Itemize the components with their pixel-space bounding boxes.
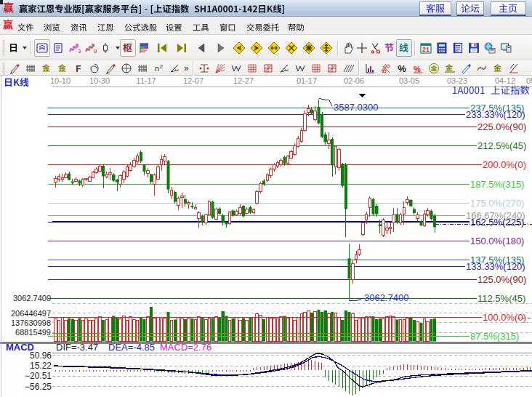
svg-text:05-05: 05-05	[526, 76, 532, 85]
svg-text:206446497: 206446497	[11, 309, 51, 318]
svg-text:10-10: 10-10	[50, 76, 70, 85]
svg-text:%: %	[398, 63, 406, 73]
svg-text:50.96: 50.96	[30, 350, 52, 361]
svg-text:F: F	[76, 63, 81, 73]
svg-text:MACD=2.76: MACD=2.76	[160, 342, 211, 353]
svg-text:12-07: 12-07	[183, 76, 203, 85]
svg-text:15.22: 15.22	[30, 361, 52, 371]
svg-text:233.33%(120): 233.33%(120)	[466, 109, 525, 120]
svg-text:DEA=-4.85: DEA=-4.85	[108, 342, 155, 353]
svg-text:133.33%(120): 133.33%(120)	[466, 261, 525, 272]
svg-text:100.0%(0): 100.0%(0)	[483, 312, 526, 323]
svg-text:3062.7400: 3062.7400	[13, 294, 51, 302]
svg-text:3587.0300: 3587.0300	[334, 102, 378, 113]
svg-text:162.5%(225): 162.5%(225)	[470, 217, 524, 228]
svg-text:225.0%(90): 225.0%(90)	[477, 121, 526, 132]
svg-text:112.5%(45): 112.5%(45)	[477, 293, 525, 304]
svg-text:−56.25: −56.25	[25, 382, 52, 392]
svg-text:150.0%(180): 150.0%(180)	[470, 236, 524, 246]
svg-text:%: %	[414, 64, 421, 73]
svg-text:11-17: 11-17	[136, 76, 156, 85]
svg-text:12-27: 12-27	[233, 76, 254, 85]
svg-text:21: 21	[422, 46, 430, 53]
svg-text:125.0%(90): 125.0%(90)	[477, 274, 526, 285]
svg-text:n: n	[155, 64, 159, 73]
svg-text:175.0%(270): 175.0%(270)	[470, 198, 524, 209]
svg-text:10-30: 10-30	[89, 76, 110, 85]
svg-text:04-12: 04-12	[495, 76, 515, 85]
svg-text:2: 2	[160, 63, 164, 70]
svg-text:−20.51: −20.51	[25, 371, 52, 381]
svg-text:DIF=-3.47: DIF=-3.47	[56, 342, 98, 353]
svg-text:200.0%(0): 200.0%(0)	[483, 159, 526, 170]
svg-text:3: 3	[78, 48, 81, 55]
svg-text:212.5%(45): 212.5%(45)	[477, 140, 526, 151]
svg-text:68815499: 68815499	[15, 328, 51, 337]
svg-text:03-23: 03-23	[447, 76, 467, 85]
svg-text:137630998: 137630998	[11, 318, 51, 327]
svg-text:01-17: 01-17	[297, 76, 317, 85]
svg-text:03-05: 03-05	[399, 76, 419, 85]
svg-text:02-06: 02-06	[344, 76, 364, 85]
svg-text:9: 9	[94, 48, 97, 55]
svg-text:3062.7400: 3062.7400	[364, 292, 408, 303]
svg-text:187.5%(315): 187.5%(315)	[470, 179, 524, 190]
